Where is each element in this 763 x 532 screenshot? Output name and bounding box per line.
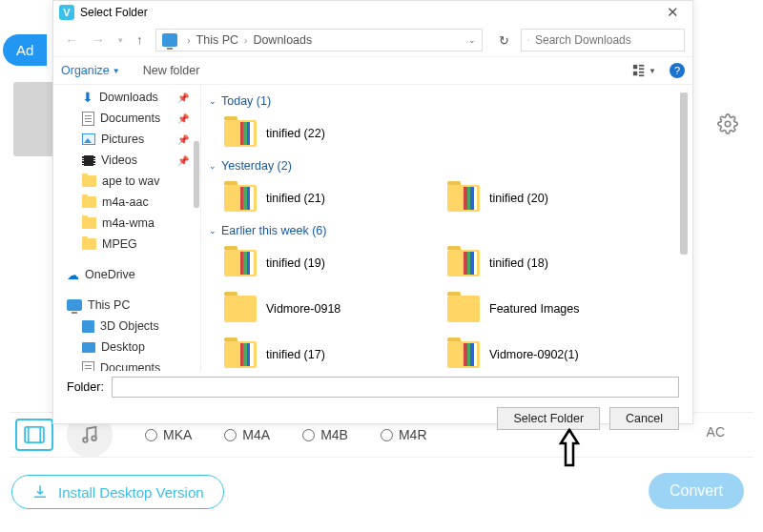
- sidebar-item-videos[interactable]: Videos📌: [53, 150, 200, 171]
- tree-label: Downloads: [99, 91, 158, 104]
- videos-icon: [82, 155, 95, 166]
- truncated-text: AC: [707, 424, 725, 440]
- nav-row: ← → ▾ ↑ › This PC › Downloads ⌄ ↻: [53, 24, 692, 56]
- folder-icon: [224, 120, 257, 147]
- select-folder-dialog: V Select Folder ✕ ← → ▾ ↑ › This PC › Do…: [52, 0, 693, 424]
- new-folder-button[interactable]: New folder: [143, 64, 200, 77]
- 3dobjects-icon: [82, 320, 94, 333]
- download-icon: ⬇: [82, 91, 93, 104]
- chevron-down-icon: ⌄: [209, 226, 217, 235]
- up-icon[interactable]: ↑: [133, 33, 146, 47]
- chevron-down-icon: ⌄: [209, 96, 217, 106]
- help-icon[interactable]: ?: [670, 63, 685, 78]
- gear-icon[interactable]: [717, 113, 738, 138]
- organize-menu[interactable]: Organize ▼: [61, 64, 120, 77]
- sidebar-item-3d-objects[interactable]: 3D Objects: [53, 316, 200, 337]
- sidebar-scrollbar[interactable]: [194, 89, 199, 367]
- select-folder-button[interactable]: Select Folder: [497, 407, 600, 430]
- folder-item[interactable]: tinified (20): [447, 178, 648, 218]
- group-header[interactable]: ⌄Yesterday (2): [209, 159, 692, 173]
- folder-icon: [447, 185, 480, 212]
- group-header[interactable]: ⌄Today (1): [209, 94, 692, 108]
- search-input[interactable]: [521, 29, 685, 51]
- sidebar: ⬇Downloads📌Documents📌Pictures📌Videos📌ape…: [53, 85, 201, 371]
- chevron-right-icon: ›: [187, 35, 190, 46]
- folder-item[interactable]: Vidmore-0918: [224, 289, 424, 329]
- title-bar: V Select Folder ✕: [53, 1, 692, 24]
- sidebar-item-ape-to-wav[interactable]: ape to wav: [53, 171, 200, 192]
- refresh-icon[interactable]: ↻: [492, 33, 515, 48]
- breadcrumb-root[interactable]: This PC: [196, 33, 238, 47]
- svg-rect-13: [639, 74, 644, 76]
- tree-label: Desktop: [101, 340, 145, 354]
- forward-icon: →: [88, 32, 109, 48]
- svg-line-7: [528, 40, 529, 41]
- svg-point-0: [725, 121, 731, 127]
- folder-content: ⌄Today (1)tinified (22)⌄Yesterday (2)tin…: [201, 85, 692, 371]
- toolbar: Organize ▼ New folder ▼ ?: [53, 56, 692, 85]
- sidebar-item-m4a-wma[interactable]: m4a-wma: [53, 213, 200, 234]
- tree-label: m4a-wma: [102, 216, 155, 230]
- svg-rect-9: [639, 65, 644, 67]
- sidebar-item-this-pc[interactable]: This PC: [53, 295, 200, 316]
- folder-icon: [447, 250, 480, 276]
- folder-name: tinified (21): [266, 192, 325, 205]
- folder-icon: [447, 296, 480, 322]
- sidebar-item-documents[interactable]: Documents📌: [53, 108, 200, 129]
- folder-label: Folder:: [67, 380, 104, 394]
- folder-item[interactable]: Featured Images: [447, 289, 648, 329]
- onedrive-icon: ☁: [67, 268, 79, 282]
- annotation-arrow-icon: [557, 427, 582, 471]
- tree-label: m4a-aac: [102, 195, 149, 209]
- sidebar-item-pictures[interactable]: Pictures📌: [53, 129, 200, 150]
- folder-name: tinified (17): [266, 348, 325, 361]
- desktop-icon: [82, 342, 95, 353]
- folder-name: Vidmore-0918: [266, 302, 340, 316]
- video-format-icon[interactable]: [15, 419, 53, 451]
- view-options[interactable]: ▼: [632, 64, 656, 77]
- cancel-button[interactable]: Cancel: [609, 407, 679, 430]
- tree-label: ape to wav: [102, 174, 159, 188]
- install-label: Install Desktop Version: [58, 484, 204, 501]
- chevron-down-icon: ⌄: [209, 161, 217, 171]
- document-icon: [82, 112, 94, 126]
- install-desktop-button[interactable]: Install Desktop Version: [11, 475, 224, 509]
- folder-item[interactable]: Vidmore-0902(1): [447, 335, 648, 371]
- folder-name-row: Folder:: [53, 371, 692, 403]
- sidebar-item-onedrive[interactable]: ☁OneDrive: [53, 264, 200, 285]
- svg-point-6: [527, 39, 528, 40]
- tree-label: This PC: [88, 298, 130, 312]
- download-icon: [31, 483, 49, 501]
- tree-label: Documents: [100, 112, 160, 125]
- folder-item[interactable]: tinified (22): [224, 113, 424, 153]
- tree-label: Pictures: [101, 133, 144, 146]
- back-icon[interactable]: ←: [61, 32, 82, 48]
- content-scrollbar[interactable]: [677, 91, 691, 365]
- folder-item[interactable]: tinified (18): [447, 243, 648, 283]
- sidebar-item-mpeg[interactable]: MPEG: [53, 234, 200, 255]
- chevron-down-icon: ▼: [649, 67, 656, 75]
- breadcrumb[interactable]: › This PC › Downloads ⌄: [155, 29, 483, 51]
- tree-label: Documents: [100, 361, 160, 371]
- folder-name-input[interactable]: [112, 377, 679, 398]
- folder-item[interactable]: tinified (17): [224, 335, 424, 371]
- breadcrumb-current[interactable]: Downloads: [253, 33, 312, 47]
- document-icon: [82, 361, 94, 372]
- recent-chevron-icon[interactable]: ▾: [114, 35, 127, 45]
- group-header[interactable]: ⌄Earlier this week (6): [209, 224, 692, 237]
- sidebar-item-documents[interactable]: Documents: [53, 358, 200, 371]
- folder-name: Featured Images: [489, 302, 580, 316]
- search-field[interactable]: [535, 33, 678, 47]
- chevron-down-icon[interactable]: ⌄: [468, 35, 476, 45]
- folder-item[interactable]: tinified (21): [224, 178, 424, 218]
- thispc-icon: [162, 33, 177, 47]
- close-icon[interactable]: ✕: [658, 4, 687, 21]
- sidebar-item-desktop[interactable]: Desktop: [53, 337, 200, 358]
- folder-icon: [224, 341, 257, 368]
- convert-button[interactable]: Convert: [649, 473, 744, 509]
- folder-item[interactable]: tinified (19): [224, 243, 424, 283]
- pin-icon: 📌: [177, 92, 189, 103]
- sidebar-item-downloads[interactable]: ⬇Downloads📌: [53, 87, 200, 108]
- add-button[interactable]: Ad: [3, 34, 47, 66]
- sidebar-item-m4a-aac[interactable]: m4a-aac: [53, 192, 200, 213]
